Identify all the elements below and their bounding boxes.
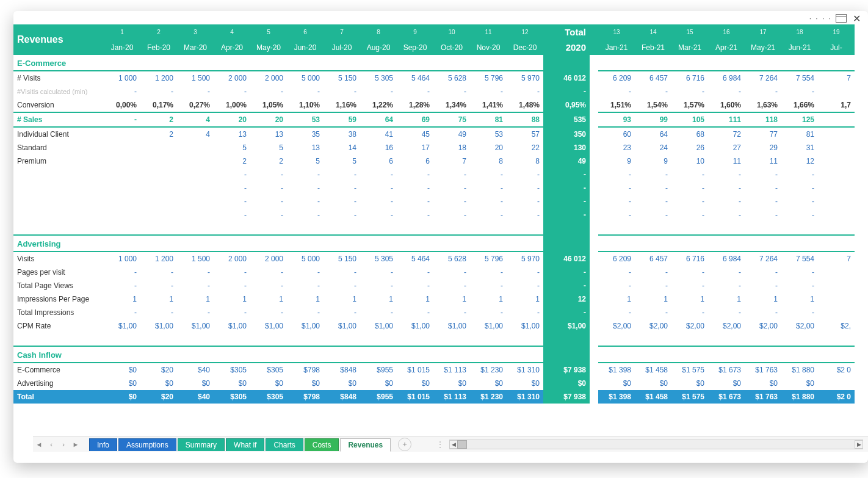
cell[interactable]: 5 xyxy=(287,154,324,168)
cell[interactable]: 6 457 xyxy=(635,71,671,85)
cell[interactable] xyxy=(818,279,855,292)
cell[interactable] xyxy=(671,346,708,363)
cell[interactable]: 350 xyxy=(543,127,590,141)
cell[interactable]: 1,10% xyxy=(287,98,324,112)
cell[interactable]: - xyxy=(781,279,818,292)
cell[interactable] xyxy=(140,235,177,252)
cell[interactable]: $1 398 xyxy=(598,363,635,377)
cell[interactable]: 46 012 xyxy=(543,252,590,266)
cell[interactable]: 6 xyxy=(287,24,324,40)
horizontal-scrollbar[interactable]: ◀ ▶ xyxy=(449,440,863,449)
cell[interactable]: - xyxy=(507,85,543,98)
tab-info[interactable]: Info xyxy=(89,438,117,451)
cell[interactable] xyxy=(598,222,635,235)
cell[interactable]: 1 xyxy=(470,292,507,306)
cell[interactable]: 1,34% xyxy=(433,98,470,112)
section-cashInflow[interactable]: Cash Inflow xyxy=(13,346,104,363)
cell[interactable] xyxy=(818,181,855,195)
cell[interactable] xyxy=(324,222,360,235)
cell[interactable] xyxy=(13,222,104,235)
cell[interactable]: 1,48% xyxy=(507,98,543,112)
cell[interactable]: - xyxy=(543,85,590,98)
cell[interactable]: - xyxy=(781,85,818,98)
cell[interactable]: - xyxy=(177,306,214,319)
cell[interactable] xyxy=(590,154,598,168)
cell[interactable]: Standard xyxy=(13,141,104,154)
cell[interactable]: $1 575 xyxy=(671,390,708,404)
cell[interactable]: 118 xyxy=(745,112,781,127)
cell[interactable]: - xyxy=(708,168,745,181)
cell[interactable]: 64 xyxy=(360,112,397,127)
cell[interactable]: $848 xyxy=(324,390,360,404)
cell[interactable]: - xyxy=(598,266,635,279)
cell[interactable]: - xyxy=(507,168,543,181)
cell[interactable]: # Sales xyxy=(13,112,104,127)
cell[interactable] xyxy=(324,55,360,71)
cell[interactable] xyxy=(104,195,140,208)
cell[interactable]: - xyxy=(745,168,781,181)
cell[interactable]: $0 xyxy=(507,377,543,390)
tab-nav-first-icon[interactable]: ◄ xyxy=(33,438,45,451)
cell[interactable] xyxy=(818,195,855,208)
cell[interactable]: 46 012 xyxy=(543,71,590,85)
cell[interactable]: Total xyxy=(13,390,104,404)
cell[interactable]: 1 xyxy=(214,292,250,306)
cell[interactable]: - xyxy=(671,85,708,98)
cell[interactable]: $1 458 xyxy=(635,390,671,404)
tab-whatif[interactable]: What if xyxy=(226,438,264,451)
cell[interactable]: 20 xyxy=(470,141,507,154)
cell[interactable] xyxy=(590,40,598,55)
cell[interactable]: Premium xyxy=(13,154,104,168)
cell[interactable]: 1,51% xyxy=(598,98,635,112)
cell[interactable]: 7 xyxy=(324,24,360,40)
cell[interactable]: 2 xyxy=(214,154,250,168)
cell[interactable]: - xyxy=(470,279,507,292)
cell[interactable]: 1 xyxy=(177,292,214,306)
cell[interactable] xyxy=(397,222,433,235)
cell[interactable] xyxy=(177,55,214,71)
cell[interactable]: $2,00 xyxy=(708,319,745,333)
cell[interactable]: - xyxy=(250,208,287,222)
cell[interactable]: 1 500 xyxy=(177,252,214,266)
cell[interactable]: 11 xyxy=(708,154,745,168)
cell[interactable]: 1 xyxy=(104,292,140,306)
cell[interactable] xyxy=(140,208,177,222)
cell[interactable]: 14 xyxy=(324,141,360,154)
cell[interactable]: 11 xyxy=(470,24,507,40)
cell[interactable]: 60 xyxy=(598,127,635,141)
cell[interactable] xyxy=(250,346,287,363)
cell[interactable]: 7 264 xyxy=(745,252,781,266)
cell[interactable]: - xyxy=(250,266,287,279)
cell[interactable]: 1,22% xyxy=(360,98,397,112)
cell[interactable]: $0 xyxy=(177,377,214,390)
cell[interactable] xyxy=(324,346,360,363)
cell[interactable]: - xyxy=(140,266,177,279)
cell[interactable]: 75 xyxy=(433,112,470,127)
add-sheet-icon[interactable]: + xyxy=(398,438,411,451)
cell[interactable]: $0 xyxy=(708,377,745,390)
cell[interactable]: - xyxy=(507,306,543,319)
cell[interactable]: - xyxy=(543,208,590,222)
cell[interactable]: $0 xyxy=(287,377,324,390)
cell[interactable]: 24 xyxy=(635,141,671,154)
cell[interactable] xyxy=(590,208,598,222)
cell[interactable]: 29 xyxy=(745,141,781,154)
cell[interactable]: 12 xyxy=(543,292,590,306)
cell[interactable]: $2,00 xyxy=(781,319,818,333)
cell[interactable]: Aug-20 xyxy=(360,40,397,55)
cell[interactable]: - xyxy=(507,279,543,292)
maximize-icon[interactable] xyxy=(836,14,847,23)
cell[interactable]: 5 970 xyxy=(507,71,543,85)
cell[interactable] xyxy=(590,181,598,195)
cell[interactable]: 6 xyxy=(360,154,397,168)
cell[interactable] xyxy=(818,346,855,363)
cell[interactable]: $1 673 xyxy=(708,363,745,377)
cell[interactable]: - xyxy=(598,85,635,98)
cell[interactable] xyxy=(140,141,177,154)
cell[interactable]: $7 938 xyxy=(543,363,590,377)
scroll-left-icon[interactable]: ◀ xyxy=(449,440,458,449)
cell[interactable] xyxy=(397,55,433,71)
cell[interactable]: 17 xyxy=(745,24,781,40)
cell[interactable] xyxy=(781,55,818,71)
cell[interactable]: - xyxy=(360,195,397,208)
